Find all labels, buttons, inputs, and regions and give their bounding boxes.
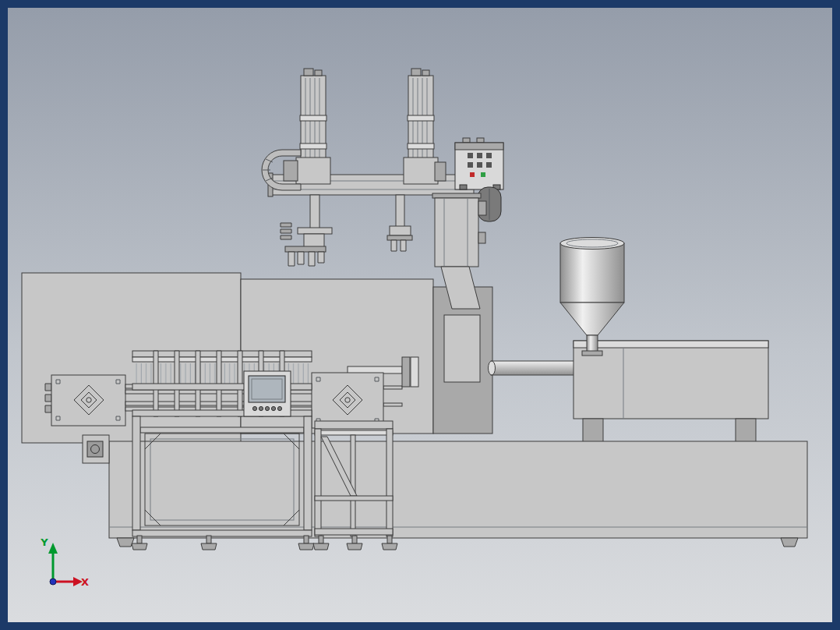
indicator-red	[470, 172, 475, 177]
moving-platen	[312, 373, 383, 428]
clamp-plate-left	[45, 375, 125, 426]
junction-box	[83, 435, 109, 463]
table-leg	[304, 416, 312, 530]
hmi-button[interactable]	[271, 406, 275, 410]
table-leg	[132, 416, 140, 530]
hmi-button[interactable]	[265, 406, 269, 410]
injection-unit-leg	[583, 419, 603, 442]
indicator-green	[481, 172, 485, 177]
axis-origin	[50, 579, 56, 585]
axis-y-label: Y	[40, 536, 48, 548]
injection-barrel	[489, 361, 579, 375]
hmi-screen[interactable]	[249, 376, 285, 402]
hmi-panel[interactable]	[244, 371, 291, 416]
injection-unit-leg	[736, 419, 756, 442]
robot-control-box	[455, 138, 503, 189]
machine-foot	[117, 538, 134, 547]
machine-foot	[781, 538, 798, 547]
nozzle-guard	[402, 357, 418, 387]
hmi-button[interactable]	[259, 406, 263, 410]
fence-post	[386, 429, 393, 536]
hmi-button[interactable]	[277, 406, 281, 410]
cad-viewport[interactable]: Y X	[0, 0, 840, 630]
axis-x-label: X	[81, 576, 89, 588]
hmi-button[interactable]	[252, 406, 256, 410]
fence-post	[315, 429, 321, 536]
